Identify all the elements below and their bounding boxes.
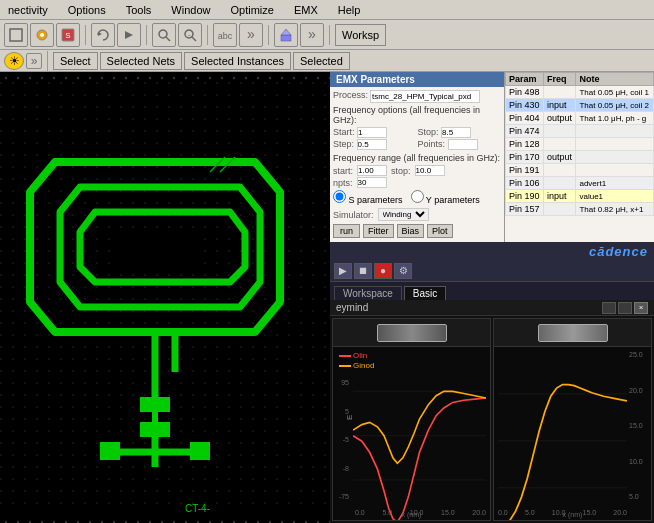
toolbar-btn-more[interactable]: » [239, 23, 263, 47]
plot-btn[interactable]: Plot [427, 224, 453, 238]
toolbar-btn-zoom[interactable] [152, 23, 176, 47]
cadence-play-btn[interactable]: ▶ [334, 263, 352, 279]
freq-stop-input[interactable] [415, 165, 445, 176]
toolbar-btn-save[interactable]: S [56, 23, 80, 47]
emx-panel-title: EMX Parameters [336, 74, 415, 85]
selected-instances-button[interactable]: Selected Instances [184, 52, 291, 70]
cell-note: That 0.05 μH, coil 1 [576, 86, 654, 99]
toolbar-btn-refresh[interactable] [91, 23, 115, 47]
radio-sparams[interactable]: S parameters [333, 190, 403, 205]
cell-freq: output [544, 112, 576, 125]
pcb-svg: CT-4- [0, 72, 330, 523]
cell-param: Pin 474 [506, 125, 544, 138]
cell-freq [544, 203, 576, 216]
freq-npts-input[interactable] [357, 177, 387, 188]
graph-btns: × [602, 302, 648, 314]
bias-btn[interactable]: Bias [397, 224, 425, 238]
rxt-0: 0.0 [498, 509, 508, 516]
svg-marker-15 [281, 29, 291, 35]
table-row: Pin 430 input That 0.05 μH, coil 2 [506, 99, 654, 112]
param-start-input[interactable] [357, 127, 387, 138]
param-step-input[interactable] [357, 139, 387, 150]
selected-nets-button[interactable]: Selected Nets [100, 52, 182, 70]
results-table: Param Freq Note Pin 498 That 0.05 μH, co… [505, 72, 654, 216]
cell-note [576, 151, 654, 164]
graph-btn1[interactable] [602, 302, 616, 314]
freq-start-input[interactable] [357, 165, 387, 176]
svg-text:abc: abc [218, 31, 233, 41]
svg-marker-6 [125, 31, 133, 39]
menu-optimize[interactable]: Optimize [226, 2, 277, 18]
emx-params-panel: EMX Parameters Process: Frequency option… [330, 72, 505, 242]
sep3 [207, 25, 208, 45]
legend-olin-label: Olin [353, 351, 367, 360]
table-row: Pin 157 That 0.82 μH, x+1 [506, 203, 654, 216]
cell-note: That 0.05 μH, coil 2 [576, 99, 654, 112]
toolbar-btn-arrow[interactable] [117, 23, 141, 47]
basic-tab[interactable]: Basic [404, 286, 446, 300]
cell-freq [544, 86, 576, 99]
radio-yparams[interactable]: Y parameters [411, 190, 480, 205]
param-points-input[interactable] [448, 139, 478, 150]
toolbar-more-btn[interactable]: » [26, 53, 42, 69]
cell-param: Pin 128 [506, 138, 544, 151]
cell-param: Pin 404 [506, 112, 544, 125]
param-step: Step: [333, 139, 417, 150]
cell-note: That 0.82 μH, x+1 [576, 203, 654, 216]
svg-rect-35 [100, 442, 120, 460]
legend-ginod-label: Ginod [353, 361, 374, 370]
select-button[interactable]: Select [53, 52, 98, 70]
graphs-row: Olin Ginod 95 5 -5 -8 -75 [330, 316, 654, 523]
main-toolbar: S - abc » » Worksp [0, 20, 654, 50]
run-btn[interactable]: run [333, 224, 360, 238]
sep4 [268, 25, 269, 45]
selected-button[interactable]: Selected [293, 52, 350, 70]
menu-tools[interactable]: Tools [122, 2, 156, 18]
menu-connectivity[interactable]: nectivity [4, 2, 52, 18]
main-area: CT-4- EMX Parameters Process: [0, 72, 654, 523]
menu-emx[interactable]: EMX [290, 2, 322, 18]
toolbar-btn-abc[interactable]: abc [213, 23, 237, 47]
graph-btn2[interactable] [618, 302, 632, 314]
menu-help[interactable]: Help [334, 2, 365, 18]
cell-param: Pin 190 [506, 190, 544, 203]
toolbar-btn-arrow2[interactable]: » [300, 23, 324, 47]
param-stop-input[interactable] [441, 127, 471, 138]
cadence-stop-btn[interactable]: ⏹ [354, 263, 372, 279]
toolbar-btn-zoomout[interactable]: - [178, 23, 202, 47]
simulator-select[interactable]: Winding Symbol Fields [378, 208, 429, 221]
toolbar-btn-open[interactable] [30, 23, 54, 47]
ytick-neg8: -8 [343, 465, 349, 472]
workspace-label[interactable]: Worksp [335, 24, 386, 46]
results-side-panel: Param Freq Note Pin 498 That 0.05 μH, co… [505, 72, 654, 242]
sep1 [85, 25, 86, 45]
pcb-canvas-area[interactable]: CT-4- [0, 72, 330, 523]
sim-row: Simulator: Winding Symbol Fields [333, 208, 501, 221]
cell-freq [544, 125, 576, 138]
toolbar-btn-pencil[interactable] [274, 23, 298, 47]
emx-action-btns: run Fitter Bias Plot [333, 224, 501, 238]
cell-note: advert1 [576, 177, 654, 190]
xtick-20: 20.0 [472, 509, 486, 516]
cell-note: value1 [576, 190, 654, 203]
process-input[interactable] [370, 90, 480, 103]
workspace-tab[interactable]: Workspace [334, 286, 402, 300]
menu-options[interactable]: Options [64, 2, 110, 18]
cadence-rec-btn[interactable]: ● [374, 263, 392, 279]
svg-marker-5 [98, 32, 102, 36]
menu-window[interactable]: Window [167, 2, 214, 18]
sep-sel [47, 51, 48, 71]
cadence-settings-btn[interactable]: ⚙ [394, 263, 412, 279]
table-row: Pin 474 [506, 125, 654, 138]
cadence-title: cādence [589, 244, 648, 259]
cell-freq [544, 177, 576, 190]
toolbar-sun-btn[interactable]: ☀ [4, 52, 24, 70]
cell-note [576, 138, 654, 151]
cadence-tabs: Workspace Basic [330, 282, 654, 300]
graph-close-btn[interactable]: × [634, 302, 648, 314]
fitter-btn[interactable]: Fitter [363, 224, 394, 238]
menu-bar: nectivity Options Tools Window Optimize … [0, 0, 654, 20]
toolbar-btn-new[interactable] [4, 23, 28, 47]
ytick-5: 5 [345, 408, 349, 415]
rxt-5: 5.0 [525, 509, 535, 516]
